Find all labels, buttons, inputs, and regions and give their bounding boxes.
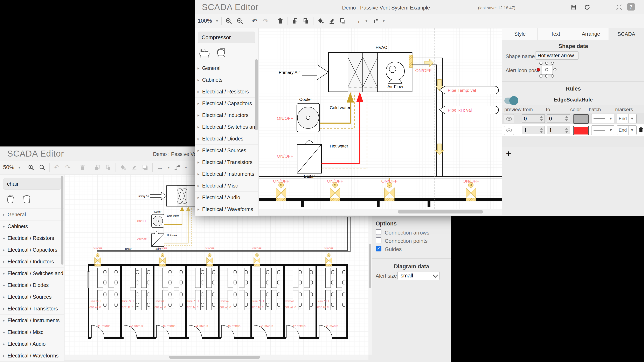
sidebar-item-switches[interactable]: ▸Electrical / Switches and … xyxy=(0,268,64,279)
checkbox-guides[interactable]: ✓ xyxy=(376,246,382,251)
spin-up-icon[interactable] xyxy=(565,128,568,129)
pipe-temp-callout[interactable]: Pipe Temp: val xyxy=(439,86,498,94)
shadow-button[interactable] xyxy=(339,17,347,25)
collapse-button[interactable] xyxy=(615,3,623,11)
shape-search[interactable]: ✕ xyxy=(198,32,256,43)
to-value[interactable] xyxy=(547,115,562,122)
sidebar-item-resistors[interactable]: ▸Electrical / Resistors xyxy=(195,86,258,98)
sidebar-item-misc[interactable]: ▸Electrical / Misc xyxy=(0,326,64,338)
sidebar-item-resistors[interactable]: ▸Electrical / Resistors xyxy=(0,232,64,244)
alert-icon-position-widget[interactable] xyxy=(537,62,557,78)
connection-style-button[interactable]: → xyxy=(354,17,362,25)
redo-button[interactable]: ↷ xyxy=(262,17,270,25)
tab-style[interactable]: Style xyxy=(502,28,538,40)
color-swatch[interactable] xyxy=(573,126,589,135)
undo-button[interactable]: ↶ xyxy=(53,163,61,171)
horizontal-scrollbar[interactable] xyxy=(259,209,502,215)
add-rule-button[interactable]: + xyxy=(506,151,511,157)
sidebar-item-diodes[interactable]: ▸Electrical / Diodes xyxy=(195,133,258,145)
hatch-dropdown[interactable]: ▼ xyxy=(591,125,614,135)
position-radio-bottom-right[interactable] xyxy=(551,74,554,78)
sidebar-item-inductors[interactable]: ▸Electrical / Inductors xyxy=(0,256,64,268)
caret-down-icon[interactable]: ▼ xyxy=(628,117,636,121)
sidebar-item-instruments[interactable]: ▸Electrical / Instruments xyxy=(195,168,258,180)
to-front-button[interactable] xyxy=(93,163,101,171)
zoom-out-button[interactable] xyxy=(236,17,244,25)
sidebar-scrollbar[interactable] xyxy=(255,59,258,130)
hatch-dropdown[interactable]: ▼ xyxy=(591,114,614,123)
zoom-out-button[interactable] xyxy=(38,163,46,171)
delete-button[interactable] xyxy=(79,163,86,171)
chevron-down-icon[interactable]: ▾ xyxy=(168,165,170,170)
sidebar-item-capacitors[interactable]: ▸Electrical / Capacitors xyxy=(195,98,258,109)
spin-down-icon[interactable] xyxy=(565,131,568,133)
zoom-level[interactable]: 50% xyxy=(3,164,14,170)
tab-text[interactable]: Text xyxy=(538,28,573,40)
position-radio-bottom-left[interactable] xyxy=(540,74,542,78)
waypoint-style-button[interactable] xyxy=(371,17,378,25)
fill-color-button[interactable] xyxy=(317,17,324,25)
markers-dropdown[interactable]: End▼ xyxy=(617,125,636,135)
chevron-down-icon[interactable]: ▾ xyxy=(185,165,187,170)
shadow-button[interactable] xyxy=(141,163,149,171)
delete-rule-button[interactable] xyxy=(638,127,644,134)
from-spinner[interactable] xyxy=(522,114,545,123)
to-front-button[interactable] xyxy=(291,17,299,25)
sidebar-item-general[interactable]: ▸General xyxy=(195,62,258,74)
chevron-down-icon[interactable]: ▾ xyxy=(216,19,218,23)
sidebar-item-misc[interactable]: ▸Electrical / Misc xyxy=(195,180,258,192)
search-input[interactable] xyxy=(6,180,64,187)
caret-down-icon[interactable]: ▼ xyxy=(607,117,614,121)
from-value[interactable] xyxy=(522,115,537,122)
diagram-canvas[interactable]: ON/OFF M HVAC Air F xyxy=(259,28,502,209)
chevron-down-icon[interactable]: ▾ xyxy=(18,165,20,170)
sidebar-item-sources[interactable]: ▸Electrical / Sources xyxy=(195,145,258,156)
sidebar-item-transistors[interactable]: ▸Electrical / Transistors xyxy=(0,303,64,314)
connection-style-button[interactable]: → xyxy=(156,163,164,171)
spin-down-icon[interactable] xyxy=(540,131,543,133)
preview-eye-button[interactable] xyxy=(504,114,514,123)
shape-result-chair-2[interactable] xyxy=(20,193,33,206)
from-value[interactable] xyxy=(522,127,537,133)
position-radio-bottom-center[interactable] xyxy=(545,74,548,78)
position-radio-top-left[interactable] xyxy=(540,62,542,65)
position-radio-middle-left[interactable] xyxy=(537,68,540,71)
to-back-button[interactable] xyxy=(302,17,310,25)
position-radio-top-right[interactable] xyxy=(551,62,554,65)
from-spinner[interactable] xyxy=(522,126,545,134)
zoom-in-button[interactable] xyxy=(27,163,35,171)
shape-result-compressor-tank[interactable] xyxy=(198,46,211,59)
caret-down-icon[interactable]: ▼ xyxy=(607,128,614,132)
sidebar-item-capacitors[interactable]: ▸Electrical / Capacitors xyxy=(0,244,64,256)
chevron-down-icon[interactable]: ▾ xyxy=(366,19,368,23)
preview-eye-button[interactable] xyxy=(504,126,514,135)
spin-up-icon[interactable] xyxy=(540,116,543,118)
hvac-diagram[interactable]: ON/OFF M HVAC Air F xyxy=(259,28,502,209)
markers-dropdown[interactable]: End▼ xyxy=(617,114,636,123)
to-value[interactable] xyxy=(547,127,562,133)
help-button[interactable]: ? xyxy=(627,3,635,11)
caret-down-icon[interactable]: ▼ xyxy=(628,128,636,132)
tab-scada[interactable]: SCADA xyxy=(609,28,644,40)
shape-search[interactable]: ✕ xyxy=(3,178,61,190)
zoom-in-button[interactable] xyxy=(225,17,233,25)
to-spinner[interactable] xyxy=(547,126,570,134)
sidebar-item-inductors[interactable]: ▸Electrical / Inductors xyxy=(195,109,258,121)
spin-down-icon[interactable] xyxy=(540,119,543,121)
refresh-button[interactable] xyxy=(583,3,591,11)
search-input[interactable] xyxy=(201,34,258,41)
sidebar-item-waveforms[interactable]: ▸Electrical / Waveforms xyxy=(195,203,258,215)
shape-result-chair-1[interactable] xyxy=(4,193,17,206)
sidebar-item-transistors[interactable]: ▸Electrical / Transistors xyxy=(195,156,258,168)
position-radio-middle-right[interactable] xyxy=(554,68,556,71)
delete-button[interactable] xyxy=(276,17,284,25)
sidebar-item-audio[interactable]: ▸Electrical / Audio xyxy=(0,338,64,350)
sidebar-item-audio[interactable]: ▸Electrical / Audio xyxy=(195,192,258,203)
line-color-button[interactable] xyxy=(328,17,336,25)
redo-button[interactable]: ↷ xyxy=(64,163,72,171)
sidebar-item-waveforms[interactable]: ▸Electrical / Waveforms xyxy=(0,350,64,361)
sidebar-item-switches[interactable]: ▸Electrical / Switches and … xyxy=(195,121,258,133)
sidebar-item-sources[interactable]: ▸Electrical / Sources xyxy=(0,291,64,303)
sidebar-item-general[interactable]: ▸General xyxy=(0,209,64,221)
fill-color-button[interactable] xyxy=(119,163,127,171)
